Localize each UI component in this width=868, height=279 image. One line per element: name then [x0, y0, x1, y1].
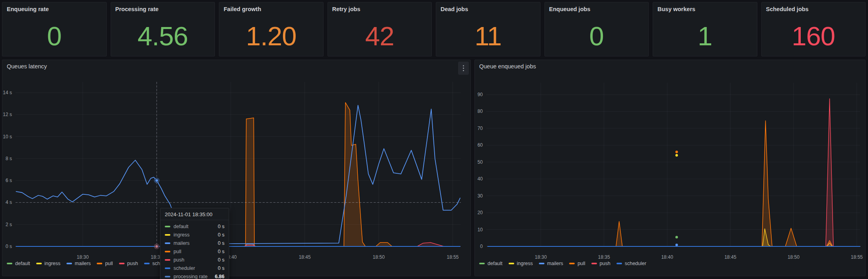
- tooltip-series-value: 0 s: [218, 265, 224, 271]
- legend-item-pull[interactable]: pull: [569, 261, 585, 266]
- tooltip-series-value: 0 s: [218, 240, 224, 246]
- stat-value: 1: [653, 2, 757, 56]
- svg-text:18:55: 18:55: [851, 254, 863, 260]
- stat-value: 0: [2, 2, 106, 56]
- tooltip-series-label: ingress: [174, 232, 218, 238]
- svg-text:60: 60: [478, 142, 483, 148]
- tooltip-series-value: 0 s: [218, 224, 224, 229]
- queues-latency-chart-canvas[interactable]: 18:3018:3518:4018:4518:5018:550 s2 s4 s6…: [2, 60, 470, 276]
- queues-latency-legend: defaultingressmailerspullpushscheduler: [7, 261, 174, 266]
- tooltip-series-value: 6.86: [215, 274, 224, 279]
- tooltip-row-mailers: mailers0 s: [160, 239, 229, 247]
- svg-text:18:30: 18:30: [535, 254, 547, 260]
- stat-row: Enqueuing rate0Processing rate4.56Failed…: [2, 2, 866, 56]
- svg-text:14 s: 14 s: [3, 90, 12, 95]
- tooltip-series-label: mailers: [174, 240, 218, 246]
- svg-text:0 s: 0 s: [6, 244, 12, 249]
- series-color-icon: [97, 263, 102, 264]
- stat-value: 160: [762, 2, 866, 56]
- legend-item-ingress[interactable]: ingress: [509, 261, 533, 266]
- svg-text:70: 70: [478, 126, 483, 131]
- legend-label: push: [127, 261, 138, 266]
- tooltip-series-label: pull: [174, 249, 218, 254]
- tooltip-series-label: processing rate: [174, 274, 215, 279]
- stat-value: 42: [328, 2, 432, 56]
- legend-item-scheduler[interactable]: scheduler: [616, 261, 646, 266]
- tooltip-series-label: default: [174, 224, 218, 229]
- series-color-icon: [7, 263, 12, 264]
- legend-item-ingress[interactable]: ingress: [36, 261, 60, 266]
- svg-text:18:40: 18:40: [661, 254, 673, 260]
- series-color-icon: [591, 263, 597, 264]
- svg-text:0: 0: [480, 244, 483, 249]
- svg-text:80: 80: [478, 108, 483, 114]
- svg-text:18:50: 18:50: [373, 254, 385, 260]
- series-color-icon: [119, 263, 125, 264]
- legend-item-push[interactable]: push: [119, 261, 138, 266]
- tooltip-series-label: push: [174, 257, 218, 263]
- tooltip-row-pull: pull0 s: [160, 247, 229, 256]
- series-color-icon: [569, 263, 575, 264]
- legend-item-default[interactable]: default: [479, 261, 503, 266]
- queue-enqueued-jobs-legend: defaultingressmailerspullpushscheduler: [479, 261, 646, 266]
- legend-label: pull: [577, 261, 585, 266]
- series-color-icon: [165, 251, 170, 252]
- legend-item-pull[interactable]: pull: [97, 261, 113, 266]
- series-color-icon: [165, 267, 170, 269]
- svg-text:20: 20: [478, 210, 483, 215]
- panel-menu-icon[interactable]: [458, 62, 469, 75]
- svg-text:40: 40: [478, 176, 483, 182]
- panel-queues-latency: Queues latency 18:3018:3518:4018:4518:50…: [2, 60, 471, 276]
- stat-panel: Enqueuing rate0: [2, 2, 107, 56]
- legend-label: default: [488, 261, 503, 266]
- tooltip-row-scheduler: scheduler0 s: [160, 264, 229, 272]
- tooltip-series-label: scheduler: [174, 265, 218, 271]
- legend-item-mailers[interactable]: mailers: [66, 261, 91, 266]
- svg-text:6 s: 6 s: [6, 178, 12, 183]
- stat-panel: Failed growth1.20: [219, 2, 324, 56]
- series-color-icon: [165, 226, 170, 227]
- series-color-icon: [144, 263, 150, 264]
- panel-title-queue-enqueued-jobs: Queue enqueued jobs: [479, 63, 536, 70]
- queue-enqueued-jobs-chart-canvas[interactable]: 18:3018:3518:4018:4518:5018:550102030405…: [475, 60, 866, 276]
- stat-value: 11: [436, 2, 540, 56]
- legend-item-default[interactable]: default: [7, 261, 30, 266]
- tooltip-series-value: 0 s: [218, 257, 224, 263]
- series-color-icon: [479, 263, 485, 264]
- svg-text:18:45: 18:45: [724, 254, 736, 260]
- series-color-icon: [616, 263, 622, 264]
- series-color-icon: [66, 263, 72, 264]
- legend-item-mailers[interactable]: mailers: [539, 261, 563, 266]
- svg-text:50: 50: [478, 159, 483, 165]
- chart-tooltip: 2024-11-01 18:35:00 default0 singress0 s…: [160, 208, 229, 279]
- svg-text:18:35: 18:35: [598, 254, 610, 260]
- legend-label: ingress: [45, 261, 60, 266]
- legend-label: default: [15, 261, 30, 266]
- svg-text:18:50: 18:50: [788, 254, 800, 260]
- tooltip-row-processing-rate: processing rate6.86: [160, 272, 229, 279]
- tooltip-row-default: default0 s: [160, 222, 229, 231]
- stat-value: 0: [545, 2, 649, 56]
- tooltip-timestamp: 2024-11-01 18:35:00: [160, 208, 229, 220]
- stat-panel: Processing rate4.56: [111, 2, 215, 56]
- panel-title-queues-latency: Queues latency: [7, 63, 47, 70]
- graph-row: Queues latency 18:3018:3518:4018:4518:50…: [2, 60, 866, 276]
- svg-text:8 s: 8 s: [6, 156, 12, 161]
- series-color-icon: [165, 234, 170, 236]
- legend-label: push: [600, 261, 611, 266]
- series-color-icon: [165, 276, 170, 277]
- stat-panel: Retry jobs42: [328, 2, 432, 56]
- svg-text:4 s: 4 s: [6, 200, 12, 205]
- stat-panel: Dead jobs11: [436, 2, 540, 56]
- grafana-dashboard: { "stats": [ {"title": "Enqueuing rate",…: [0, 0, 868, 279]
- svg-text:18:55: 18:55: [447, 254, 459, 260]
- stat-panel: Scheduled jobs160: [761, 2, 866, 56]
- tooltip-series-value: 0 s: [218, 232, 224, 238]
- svg-text:10: 10: [478, 227, 483, 232]
- svg-text:2 s: 2 s: [6, 222, 12, 227]
- series-color-icon: [165, 242, 170, 244]
- series-color-icon: [36, 263, 42, 264]
- svg-text:30: 30: [478, 193, 483, 199]
- legend-item-push[interactable]: push: [591, 261, 611, 266]
- series-color-icon: [165, 259, 170, 261]
